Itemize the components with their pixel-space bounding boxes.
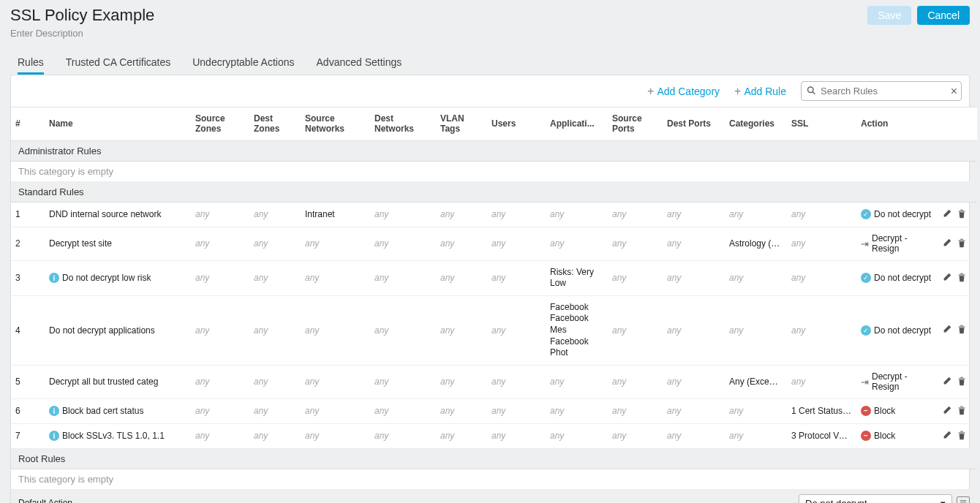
- cell-src-zones: any: [191, 260, 249, 295]
- cell-dest-networks: any: [370, 202, 436, 227]
- col-src-zones[interactable]: Source Zones: [191, 107, 249, 141]
- cell-categories: any: [725, 202, 787, 227]
- tab-trusted-ca[interactable]: Trusted CA Certificates: [66, 52, 170, 75]
- delete-icon[interactable]: [957, 238, 967, 250]
- edit-icon[interactable]: [942, 324, 952, 336]
- rule-row[interactable]: 4 Do not decrypt applications any any an…: [11, 295, 977, 365]
- col-applications[interactable]: Applicati...: [546, 107, 608, 141]
- check-icon: ✓: [861, 273, 871, 283]
- cell-dest-ports: any: [663, 202, 725, 227]
- cell-ssl: any: [787, 227, 856, 260]
- info-icon[interactable]: i: [49, 273, 59, 283]
- cell-applications: any: [546, 227, 608, 260]
- cell-categories: any: [725, 295, 787, 365]
- delete-icon[interactable]: [957, 272, 967, 284]
- cell-users: any: [487, 398, 546, 423]
- edit-icon[interactable]: [942, 272, 952, 284]
- cell-ssl: 3 Protocol Versi: [787, 423, 856, 448]
- log-icon[interactable]: [957, 496, 970, 503]
- col-dest-networks[interactable]: Dest Networks: [370, 107, 436, 141]
- cell-ssl: any: [787, 295, 856, 365]
- cell-dest-zones: any: [249, 295, 301, 365]
- delete-icon[interactable]: [957, 208, 967, 221]
- plus-icon: +: [734, 86, 741, 97]
- cell-src-zones: any: [191, 202, 249, 227]
- default-action-label: Default Action: [11, 489, 725, 503]
- page-title: SSL Policy Example: [10, 6, 154, 25]
- info-icon[interactable]: i: [49, 431, 59, 441]
- cell-action: ✓Do not decrypt: [856, 260, 941, 295]
- col-ssl[interactable]: SSL: [787, 107, 856, 141]
- default-action-row: Default Action Do not decrypt ▾: [11, 489, 977, 503]
- cell-dest-ports: any: [663, 260, 725, 295]
- cell-users: any: [487, 295, 546, 365]
- cell-num: 6: [11, 398, 45, 423]
- cell-vlan: any: [436, 423, 487, 448]
- add-category-button[interactable]: + Add Category: [647, 86, 720, 97]
- cell-dest-zones: any: [249, 365, 301, 398]
- add-category-label: Add Category: [657, 86, 720, 97]
- search-input[interactable]: [801, 81, 962, 101]
- col-vlan[interactable]: VLAN Tags: [436, 107, 487, 141]
- cell-users: any: [487, 260, 546, 295]
- tab-rules[interactable]: Rules: [18, 52, 44, 75]
- delete-icon[interactable]: [957, 430, 967, 442]
- empty-category-row: This category is empty: [11, 161, 977, 181]
- cell-src-zones: any: [191, 365, 249, 398]
- edit-icon[interactable]: [942, 238, 952, 250]
- cell-applications: any: [546, 365, 608, 398]
- edit-icon[interactable]: [942, 208, 952, 221]
- default-action-select[interactable]: Do not decrypt ▾: [799, 494, 952, 504]
- cell-categories: any: [725, 398, 787, 423]
- plus-icon: +: [647, 86, 654, 97]
- cell-src-zones: any: [191, 398, 249, 423]
- cell-ssl: any: [787, 365, 856, 398]
- col-users[interactable]: Users: [487, 107, 546, 141]
- clear-icon[interactable]: ×: [951, 85, 957, 98]
- rule-row[interactable]: 5 Decrypt all but trusted categ any any …: [11, 365, 977, 398]
- resign-icon: ⇥: [861, 377, 869, 387]
- col-categories[interactable]: Categories: [725, 107, 787, 141]
- col-action[interactable]: Action: [856, 107, 941, 141]
- col-name[interactable]: Name: [45, 107, 191, 141]
- cell-vlan: any: [436, 227, 487, 260]
- rule-row[interactable]: 1 DND internal source network any any In…: [11, 202, 977, 227]
- cell-ssl: any: [787, 260, 856, 295]
- cell-users: any: [487, 202, 546, 227]
- cell-src-networks: any: [301, 295, 370, 365]
- info-icon[interactable]: i: [49, 406, 59, 416]
- cell-categories: any: [725, 423, 787, 448]
- cell-src-ports: any: [608, 423, 663, 448]
- rule-row[interactable]: 7 iBlock SSLv3. TLS 1.0, 1.1 any any any…: [11, 423, 977, 448]
- tab-bar: Rules Trusted CA Certificates Undecrypta…: [10, 52, 970, 75]
- tab-undecryptable[interactable]: Undecryptable Actions: [192, 52, 294, 75]
- delete-icon[interactable]: [957, 405, 967, 417]
- rule-row[interactable]: 6 iBlock bad cert status any any any any…: [11, 398, 977, 423]
- cell-dest-networks: any: [370, 227, 436, 260]
- cell-dest-zones: any: [249, 227, 301, 260]
- cell-num: 7: [11, 423, 45, 448]
- cell-dest-ports: any: [663, 423, 725, 448]
- edit-icon[interactable]: [942, 405, 952, 417]
- cell-name: Do not decrypt applications: [45, 295, 191, 365]
- tab-advanced[interactable]: Advanced Settings: [317, 52, 402, 75]
- rule-row[interactable]: 2 Decrypt test site any any any any any …: [11, 227, 977, 260]
- col-src-ports[interactable]: Source Ports: [608, 107, 663, 141]
- table-header-row: # Name Source Zones Dest Zones Source Ne…: [11, 107, 977, 141]
- rule-row[interactable]: 3 iDo not decrypt low risk any any any a…: [11, 260, 977, 295]
- delete-icon[interactable]: [957, 324, 967, 336]
- col-dest-zones[interactable]: Dest Zones: [249, 107, 301, 141]
- add-rule-button[interactable]: + Add Rule: [734, 86, 786, 97]
- col-num[interactable]: #: [11, 107, 45, 141]
- col-src-networks[interactable]: Source Networks: [301, 107, 370, 141]
- edit-icon[interactable]: [942, 376, 952, 388]
- save-button[interactable]: Save: [867, 6, 911, 25]
- delete-icon[interactable]: [957, 376, 967, 388]
- description-placeholder[interactable]: Enter Description: [10, 28, 154, 39]
- cell-action: −Block: [856, 398, 941, 423]
- cancel-button[interactable]: Cancel: [917, 6, 970, 25]
- cell-src-networks: any: [301, 260, 370, 295]
- col-dest-ports[interactable]: Dest Ports: [663, 107, 725, 141]
- edit-icon[interactable]: [942, 430, 952, 442]
- cell-action: ⇥Decrypt - Resign: [856, 227, 941, 260]
